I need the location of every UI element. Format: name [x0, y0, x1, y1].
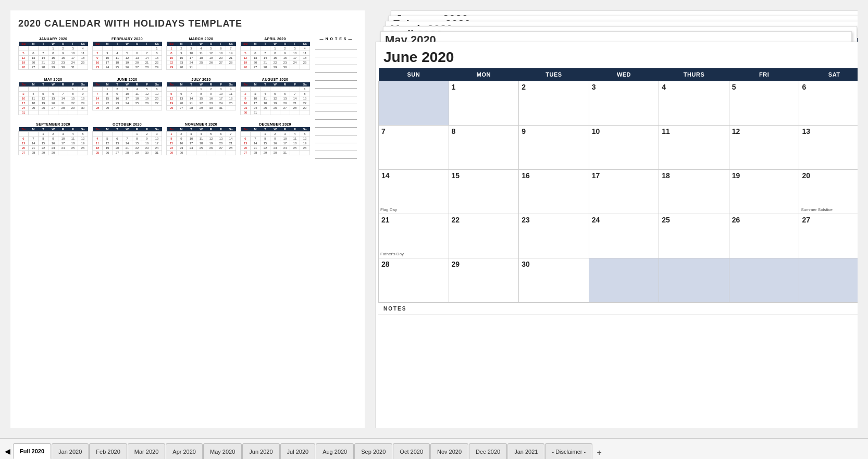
june-notes-area — [378, 314, 858, 343]
mini-month-8: SEPTEMBER 2020SuMTWRFSa12345678910111213… — [18, 122, 88, 159]
june-calendar-page: June 2020 SUNMONTUESWEDTHURSFRISAT 12345… — [375, 42, 858, 428]
mini-month-2: MARCH 2020SuMTWRFSa123456789101112131415… — [166, 37, 236, 73]
mini-month-10: NOVEMBER 2020SuMTWRFSa123456789101112131… — [166, 122, 236, 159]
mini-month-6: JULY 2020SuMTWRFSa1234567891011121314151… — [166, 78, 236, 119]
notes-col-title: — N O T E S — — [315, 37, 357, 41]
left-content: JANUARY 2020SuMTWRFSa1234567891011121314… — [18, 37, 357, 159]
stacked-calendars: January 2020 SUN MON TUES WED THURS FRI … — [375, 10, 858, 428]
tab-13[interactable]: Jan 2021 — [507, 443, 544, 459]
tab-9[interactable]: Sep 2020 — [354, 443, 392, 459]
tab-2[interactable]: Feb 2020 — [89, 443, 127, 459]
mini-month-9: OCTOBER 2020SuMTWRFSa1234567891011121314… — [92, 122, 162, 159]
full-calendar-title: June 2020 — [378, 45, 858, 68]
notes-column: — N O T E S — — [315, 37, 357, 159]
tab-10[interactable]: Oct 2020 — [393, 443, 430, 459]
tab-0[interactable]: Full 2020 — [13, 443, 51, 459]
tab-6[interactable]: Jun 2020 — [242, 443, 279, 459]
tabs-container: Full 2020Jan 2020Feb 2020Mar 2020Apr 202… — [13, 443, 592, 459]
right-panel: January 2020 SUN MON TUES WED THURS FRI … — [375, 10, 858, 428]
mini-month-0: JANUARY 2020SuMTWRFSa1234567891011121314… — [18, 37, 88, 73]
left-panel: 2020 CALENDAR WITH HOLIDAYS TEMPLATE JAN… — [10, 10, 365, 428]
june-notes-label: NOTES — [378, 303, 858, 314]
mini-month-5: JUNE 2020SuMTWRFSa1234567891011121314151… — [92, 78, 162, 119]
june-calendar-table: SUNMONTUESWEDTHURSFRISAT 123456789101112… — [378, 68, 858, 303]
tab-11[interactable]: Nov 2020 — [430, 443, 468, 459]
tab-3[interactable]: Mar 2020 — [128, 443, 165, 459]
tab-add-button[interactable]: + — [593, 446, 605, 459]
tab-8[interactable]: Aug 2020 — [316, 443, 354, 459]
months-grid: JANUARY 2020SuMTWRFSa1234567891011121314… — [18, 37, 310, 159]
tab-prev[interactable]: ◀ — [3, 443, 13, 459]
mini-month-4: MAY 2020SuMTWRFSa12345678910111213141516… — [18, 78, 88, 119]
notes-col-lines — [315, 43, 357, 159]
full-calendar: June 2020 SUNMONTUESWEDTHURSFRISAT 12345… — [376, 42, 858, 345]
tab-bar: ◀ Full 2020Jan 2020Feb 2020Mar 2020Apr 2… — [0, 438, 868, 459]
main-area: 2020 CALENDAR WITH HOLIDAYS TEMPLATE JAN… — [0, 0, 868, 438]
mini-month-1: FEBRUARY 2020SuMTWRFSa123456789101112131… — [92, 37, 162, 73]
mini-month-3: APRIL 2020SuMTWRFSa123456789101112131415… — [240, 37, 310, 73]
tab-5[interactable]: May 2020 — [203, 443, 242, 459]
mini-month-11: DECEMBER 2020SuMTWRFSa123456789101112131… — [240, 122, 310, 159]
tab-1[interactable]: Jan 2020 — [52, 443, 89, 459]
tab-12[interactable]: Dec 2020 — [469, 443, 507, 459]
tab-4[interactable]: Apr 2020 — [166, 443, 203, 459]
page-title: 2020 CALENDAR WITH HOLIDAYS TEMPLATE — [18, 18, 357, 29]
mini-month-7: AUGUST 2020SuMTWRFSa12345678910111213141… — [240, 78, 310, 119]
tab-7[interactable]: Jul 2020 — [280, 443, 316, 459]
tab-14[interactable]: - Disclaimer - — [545, 443, 592, 459]
